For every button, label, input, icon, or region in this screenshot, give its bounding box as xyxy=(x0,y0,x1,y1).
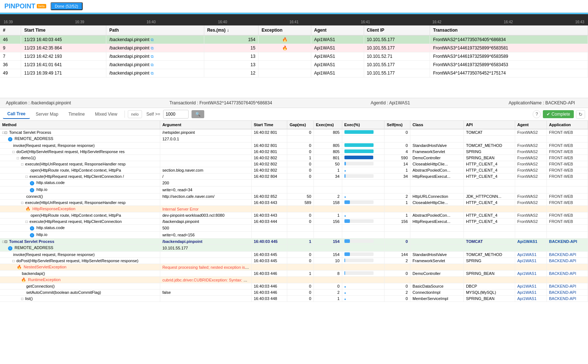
ct-method: i http.status.code xyxy=(0,225,160,232)
info-icon: i xyxy=(8,137,12,141)
exec-bar-container xyxy=(344,239,374,243)
call-tree-row[interactable]: invoke(Request request, Response respons… xyxy=(0,252,588,258)
call-tree-row[interactable]: □ doPost(HttpServletRequest request, Htt… xyxy=(0,258,588,264)
col-path: Path xyxy=(106,25,204,35)
self-input[interactable] xyxy=(163,110,189,119)
call-tree-row[interactable]: □ list() 16:40:03 448 0 1 0 MemberServic… xyxy=(0,296,588,302)
expand-icon[interactable]: □ xyxy=(17,156,19,160)
ct-method: open(HttpRoute route, HttpContext contex… xyxy=(0,167,160,173)
call-tree-row[interactable]: 🔥 HttpResponseException Internal Server … xyxy=(0,206,588,212)
expand-icon[interactable]: □⊡ xyxy=(2,240,7,244)
table-row[interactable]: 36 11/23 16:41:01 641 /backendapi.pinpoi… xyxy=(0,61,588,69)
table-row[interactable]: 7 11/23 16:42:42 193 /backendapi.pinpoin… xyxy=(0,52,588,61)
tab-server-map[interactable]: Server Map xyxy=(31,110,63,119)
ct-class: HttpRequestExecut... xyxy=(410,219,464,225)
table-row[interactable]: 9 11/23 16:42:35 864 /backendapi.pinpoin… xyxy=(0,44,588,52)
ct-method: □ doGet(HttpServletRequest request, Http… xyxy=(0,149,160,155)
ct-self: 156 xyxy=(384,219,410,225)
table-row[interactable]: 46 11/23 16:40:03 445 /backendapi.pinpoi… xyxy=(0,35,588,44)
fire-icon: 🔥 xyxy=(17,265,22,269)
search-button[interactable]: 🔍 xyxy=(192,110,204,118)
info-bar: Application : /backendapi.pinpoint Trans… xyxy=(0,98,588,108)
call-tree-row[interactable]: 🔥 NestedServletException Request process… xyxy=(0,264,588,271)
ct-app: FRONT-WEB xyxy=(546,200,588,206)
ct-argument: 500 xyxy=(160,225,251,232)
call-tree-row[interactable]: i http.io write=0, read=156 xyxy=(0,232,588,239)
call-tree-row[interactable]: open(HttpRoute route, HttpContext contex… xyxy=(0,167,588,173)
call-tree-row[interactable]: connect() http://section.cafe.naver.com/… xyxy=(0,193,588,200)
expand-icon[interactable]: □ xyxy=(21,162,23,166)
expand-icon[interactable]: □ xyxy=(25,220,28,224)
expand-icon[interactable]: □ xyxy=(25,175,28,179)
complete-button[interactable]: ✔ Complete xyxy=(543,110,574,118)
method-name: execute(HttpRequest request, HttpClientC… xyxy=(29,219,122,224)
expand-icon[interactable]: □ xyxy=(12,150,15,154)
ct-exec-pct xyxy=(342,245,384,252)
exception-name: NestedServletException xyxy=(24,265,66,269)
call-tree-row[interactable]: □ execute(HttpRequest request, HttpClien… xyxy=(0,219,588,225)
call-tree-row[interactable]: □ doGet(HttpServletRequest request, Http… xyxy=(0,149,588,155)
toolbar: Call Tree Server Map Timeline Mixed View… xyxy=(0,108,588,121)
call-tree-row[interactable]: setAutoCommit(boolean autoCommitFlag) fa… xyxy=(0,289,588,296)
ct-col-agent: Agent xyxy=(515,121,546,129)
help-button[interactable]: ? xyxy=(533,110,541,118)
done-button[interactable]: Done (52/52) xyxy=(51,2,83,10)
ct-start: 16:40:03 445 xyxy=(251,258,287,264)
cell-agent: Api1WAS1 xyxy=(311,44,364,52)
method-name: invoke(Request request, Response respons… xyxy=(13,143,95,148)
tab-call-tree[interactable]: Call Tree xyxy=(3,109,30,119)
tab-mixed-view[interactable]: Mixed View xyxy=(91,110,122,119)
call-tree-row[interactable]: i REMOTE_ADDRESS 127.0.0.1 xyxy=(0,136,588,143)
call-tree-row[interactable]: □ demo1() 16:40:02 802 1 801 590 DemoCon… xyxy=(0,155,588,161)
tab-timeline[interactable]: Timeline xyxy=(64,110,89,119)
tl-3: 16:40 xyxy=(146,20,155,24)
refresh-button[interactable]: ↻ xyxy=(576,110,585,119)
expand-icon[interactable]: □ xyxy=(12,259,15,263)
call-tree-row[interactable]: getConnection() 16:40:03 446 0 0 0 Basic… xyxy=(0,283,588,289)
col-tx: Transaction xyxy=(430,25,588,35)
ct-exec: 805 xyxy=(313,129,342,136)
info-appname: ApplicationName : BACKEND-API xyxy=(509,100,575,105)
nelo-button[interactable]: nelo xyxy=(128,110,142,118)
ct-gap xyxy=(287,180,313,187)
call-tree-row[interactable]: open(HttpRoute route, HttpContext contex… xyxy=(0,212,588,219)
ct-app xyxy=(546,187,588,193)
ct-class xyxy=(410,187,464,193)
ct-col-self: Self(ms) xyxy=(384,121,410,129)
expand-icon[interactable]: □⊡ xyxy=(2,131,7,135)
call-tree-row[interactable]: i http.status.code 500 xyxy=(0,225,588,232)
ct-gap: 0 xyxy=(287,161,313,167)
ct-argument: write=0, read=156 xyxy=(160,232,251,239)
call-tree-row[interactable]: i http.io write=0, read=34 xyxy=(0,187,588,193)
call-tree-row[interactable]: i REMOTE_ADDRESS 10.101.55.177 xyxy=(0,245,588,252)
ct-argument: false xyxy=(160,289,251,296)
call-tree-row[interactable]: □⊡ Tomcat Servlet Process /netspider.pin… xyxy=(0,129,588,136)
method-name: http.io xyxy=(36,187,47,192)
method-name: connect() xyxy=(26,194,43,199)
self-label: Self >= xyxy=(146,112,160,117)
ct-app: BACKEND-API xyxy=(546,296,588,302)
call-tree-row[interactable]: backendapi() 16:40:03 446 1 8 0 DemoCont… xyxy=(0,271,588,277)
cell-num: 46 xyxy=(0,35,21,44)
call-tree-row[interactable]: □⊡ Tomcat Servlet Process /backendapi.pi… xyxy=(0,239,588,245)
ct-api xyxy=(463,187,515,193)
ct-class: CloseableHttpClie... xyxy=(410,200,464,206)
call-tree-row[interactable]: i http.status.code 200 xyxy=(0,180,588,187)
ct-self: 144 xyxy=(384,252,410,258)
expand-icon[interactable]: □ xyxy=(21,297,23,301)
ct-col-api: API xyxy=(463,121,515,129)
cell-path: /backendapi.pinpoint ⧉ xyxy=(106,69,204,77)
call-tree-row[interactable]: □ execute(HttpUriRequest request, Respon… xyxy=(0,161,588,167)
call-tree-row[interactable]: 🔥 RuntimeException cubrid.jdbc.driver.CU… xyxy=(0,277,588,283)
ct-self xyxy=(384,225,410,232)
cell-start: 11/23 16:40:03 445 xyxy=(21,35,106,44)
table-row[interactable]: 49 11/23 16:39:49 171 /backendapi.pinpoi… xyxy=(0,69,588,77)
argument-text: 127.0.0.1 xyxy=(162,137,179,141)
ct-col-method: Method xyxy=(0,121,160,129)
call-tree-row[interactable]: □ execute(HttpRequest request, HttpClien… xyxy=(0,173,588,180)
cell-num: 36 xyxy=(0,61,21,69)
call-tree-row[interactable]: invoke(Request request, Response respons… xyxy=(0,143,588,149)
call-tree-row[interactable]: □ execute(HttpUriRequest request, Respon… xyxy=(0,200,588,206)
method-name: REMOTE_ADDRESS xyxy=(15,245,53,250)
expand-icon[interactable]: □ xyxy=(21,201,23,205)
